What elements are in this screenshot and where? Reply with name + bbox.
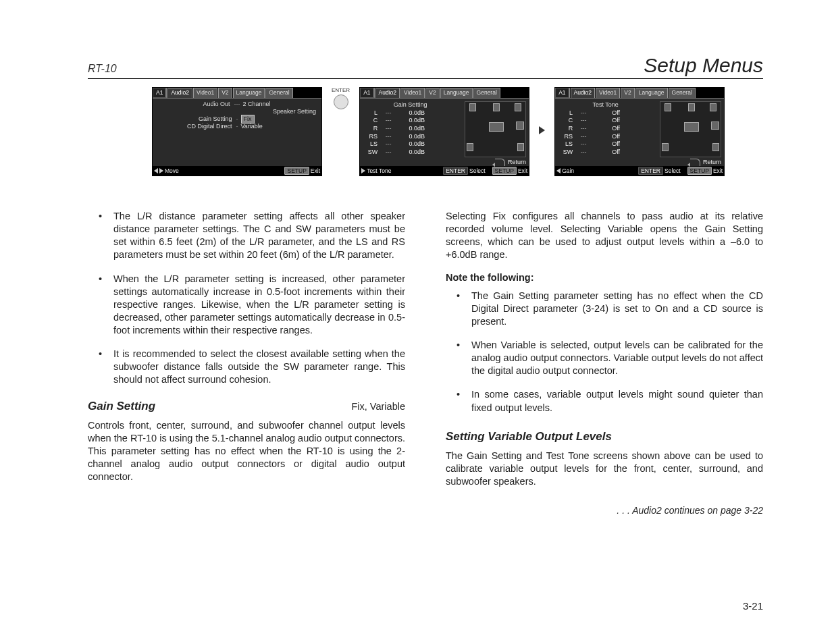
- triangle-left-icon: [154, 168, 158, 173]
- speaker-ls-icon: [662, 143, 669, 151]
- setup-chip: SETUP: [284, 167, 309, 175]
- tab-audio2: Audio2: [167, 88, 192, 98]
- section-gain-title: Gain Setting: [88, 399, 155, 414]
- tab-a1: A1: [153, 88, 167, 98]
- section-title-tone: Test Tone: [556, 100, 654, 109]
- select-label: Select: [469, 167, 486, 174]
- note-heading: Note the following:: [446, 271, 763, 284]
- speaker-sw-icon: [711, 122, 719, 130]
- speaker-ls-icon: [467, 143, 473, 151]
- triangle-right-icon: [361, 168, 365, 173]
- enter-knob: ENTER: [332, 87, 350, 109]
- room-diagram: [660, 101, 721, 157]
- bl-test-tone: Test Tone: [367, 167, 391, 174]
- header: RT-10 Setup Menus: [88, 54, 763, 79]
- model-label: RT-10: [88, 63, 117, 75]
- speaker-c-icon: [688, 103, 695, 111]
- setup-chip: SETUP: [492, 167, 517, 175]
- page-number: 3-21: [743, 600, 763, 612]
- select-label: Select: [664, 167, 681, 174]
- speaker-rs-icon: [517, 143, 524, 151]
- row-speaker-setting: Speaker Setting: [154, 108, 319, 115]
- left-column: The L/R distance parameter setting affec…: [88, 210, 405, 517]
- speaker-l-icon: [469, 103, 476, 111]
- speaker-sw-icon: [516, 122, 524, 130]
- speaker-c-icon: [493, 103, 500, 111]
- speaker-l-icon: [664, 103, 671, 111]
- return-arrow-icon: [495, 159, 505, 166]
- screenshot-audio-out: A1 Audio2 Video1 V2 Language General Aud…: [152, 87, 322, 176]
- speaker-r-icon: [515, 103, 521, 111]
- enter-chip: ENTER: [443, 167, 468, 175]
- enter-chip: ENTER: [638, 167, 663, 175]
- tab-general: General: [265, 88, 292, 98]
- tab-row: A1 Audio2 Video1 V2 Language General: [153, 88, 321, 98]
- exit-label: Exit: [713, 167, 723, 174]
- tab-v2: V2: [218, 88, 232, 98]
- right-column: Selecting Fix configures all channels to…: [446, 210, 763, 517]
- sub-section-para: The Gain Setting and Test Tone screens s…: [446, 450, 763, 488]
- bullet-sw-range: It is recommended to select the closest …: [88, 348, 405, 386]
- row-cd-digital: CD Digital Direct: [154, 123, 235, 130]
- return-label: Return: [508, 159, 526, 165]
- triangle-left-icon: [556, 168, 561, 173]
- move-label: Move: [165, 167, 179, 174]
- bl-gain: Gain: [562, 167, 574, 174]
- move-icons: [154, 168, 163, 173]
- section-gain-para: Controls front, center, surround, and su…: [88, 419, 405, 484]
- bullet-lr-increase: When the L/R parameter setting is increa…: [88, 273, 405, 338]
- speaker-rs-icon: [712, 143, 719, 151]
- bullet-quieter: In some cases, variable output levels mi…: [446, 388, 763, 414]
- tab-language: Language: [233, 88, 265, 98]
- bullet-variable-calibrate: When Variable is selected, output levels…: [446, 339, 763, 377]
- para-fix-variable: Selecting Fix configures all channels to…: [446, 210, 763, 262]
- exit-label: Exit: [518, 167, 527, 174]
- row-gain-setting: Gain Setting: [154, 115, 235, 122]
- bullet-lr-distance: The L/R distance parameter setting affec…: [88, 210, 405, 262]
- knob-icon: [334, 95, 348, 109]
- return-arrow-icon: [690, 159, 700, 166]
- triangle-right-icon: [539, 126, 545, 134]
- speaker-r-icon: [710, 103, 716, 111]
- sub-section-title: Setting Variable Output Levels: [446, 429, 763, 444]
- screenshot-test-tone: A1 Audio2 Video1 V2 Language General Tes…: [554, 87, 725, 176]
- tv-icon: [684, 122, 699, 132]
- tv-icon: [489, 122, 504, 132]
- screenshots-row: A1 Audio2 Video1 V2 Language General Aud…: [152, 87, 763, 176]
- tab-video1: Video1: [193, 88, 217, 98]
- page-title: Setup Menus: [644, 54, 763, 77]
- tone-table: L---Off C---Off R---Off RS---Off LS---Of…: [556, 109, 654, 157]
- section-title-gain: Gain Setting: [361, 100, 459, 109]
- triangle-right-icon: [159, 168, 163, 173]
- footer-bar: Move SETUP Exit: [153, 166, 321, 176]
- exit-label: Exit: [311, 167, 320, 174]
- return-label: Return: [703, 159, 721, 165]
- gain-table: L---0.0dB C---0.0dB R---0.0dB RS---0.0dB…: [361, 109, 459, 157]
- setup-chip: SETUP: [687, 167, 712, 175]
- bullet-cd-direct: The Gain Setting parameter setting has n…: [446, 290, 763, 328]
- screenshot-gain-setting: A1 Audio2 Video1 V2 Language General Gai…: [359, 87, 529, 176]
- room-diagram: [465, 101, 526, 157]
- continuation-line: . . . Audio2 continues on page 3-22: [446, 504, 763, 516]
- section-gain-opts: Fix, Variable: [351, 400, 405, 413]
- nav-next: [539, 87, 545, 134]
- enter-label: ENTER: [332, 87, 350, 93]
- row-audio-out: Audio Out: [154, 101, 233, 107]
- body-columns: The L/R distance parameter setting affec…: [88, 210, 763, 517]
